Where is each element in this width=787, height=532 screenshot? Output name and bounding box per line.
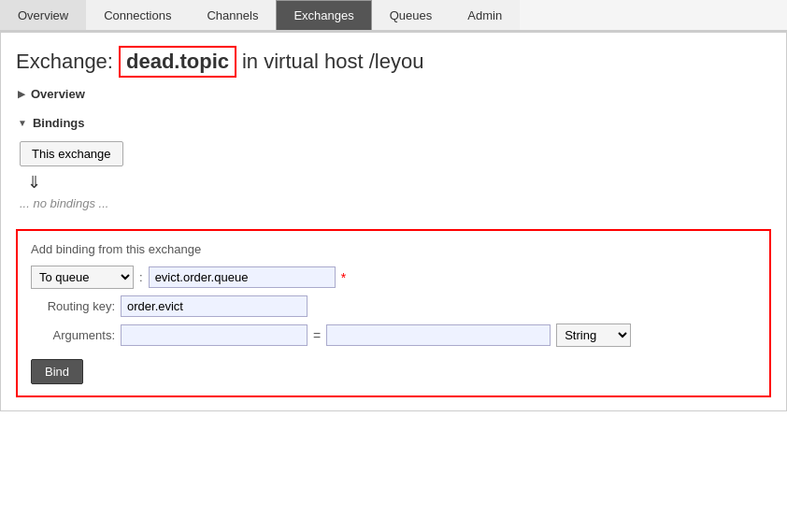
top-navigation: Overview Connections Channels Exchanges …: [0, 0, 787, 32]
tab-exchanges[interactable]: Exchanges: [276, 0, 371, 30]
title-suffix: in virtual host /leyou: [242, 50, 423, 74]
overview-label: Overview: [31, 87, 85, 101]
add-binding-box: Add binding from this exchange To queue …: [16, 229, 771, 397]
page-title: Exchange: dead.topic in virtual host /le…: [16, 46, 771, 78]
bindings-body: This exchange ⇓ ... no bindings ...: [16, 134, 771, 218]
tab-admin[interactable]: Admin: [450, 0, 520, 30]
bindings-section: Bindings This exchange ⇓ ... no bindings…: [16, 112, 771, 218]
add-binding-title: Add binding from this exchange: [31, 242, 756, 256]
overview-toggle[interactable]: Overview: [16, 83, 771, 105]
exchange-name: dead.topic: [119, 46, 236, 78]
down-arrow-icon: ⇓: [27, 172, 760, 193]
arguments-row: Arguments: = String Boolean Number List: [31, 324, 756, 347]
bindings-toggle[interactable]: Bindings: [16, 112, 771, 134]
bindings-label: Bindings: [33, 116, 85, 130]
colon-separator: :: [139, 270, 143, 284]
routing-key-input[interactable]: [121, 295, 308, 317]
bindings-arrow-icon: [18, 118, 27, 128]
tab-channels[interactable]: Channels: [189, 0, 276, 30]
this-exchange-button[interactable]: This exchange: [20, 141, 123, 166]
routing-key-label: Routing key:: [31, 299, 115, 313]
required-star: *: [341, 270, 346, 285]
tab-connections[interactable]: Connections: [86, 0, 189, 30]
destination-row: To queue : *: [31, 266, 756, 289]
destination-input[interactable]: [149, 266, 336, 288]
equals-sign: =: [313, 328, 321, 343]
title-prefix: Exchange:: [16, 50, 113, 74]
tab-queues[interactable]: Queues: [372, 0, 451, 30]
destination-type-select[interactable]: To queue: [31, 266, 134, 289]
arguments-label: Arguments:: [31, 328, 115, 342]
overview-section: Overview: [16, 83, 771, 105]
no-bindings-text: ... no bindings ...: [20, 196, 767, 210]
arguments-value-input[interactable]: [326, 324, 551, 346]
arguments-type-select[interactable]: String Boolean Number List: [556, 324, 631, 347]
main-content: Exchange: dead.topic in virtual host /le…: [0, 32, 787, 411]
overview-arrow-icon: [18, 89, 25, 99]
arguments-key-input[interactable]: [121, 324, 308, 346]
tab-overview[interactable]: Overview: [0, 0, 86, 30]
bind-button[interactable]: Bind: [31, 359, 83, 384]
routing-key-row: Routing key:: [31, 295, 756, 317]
